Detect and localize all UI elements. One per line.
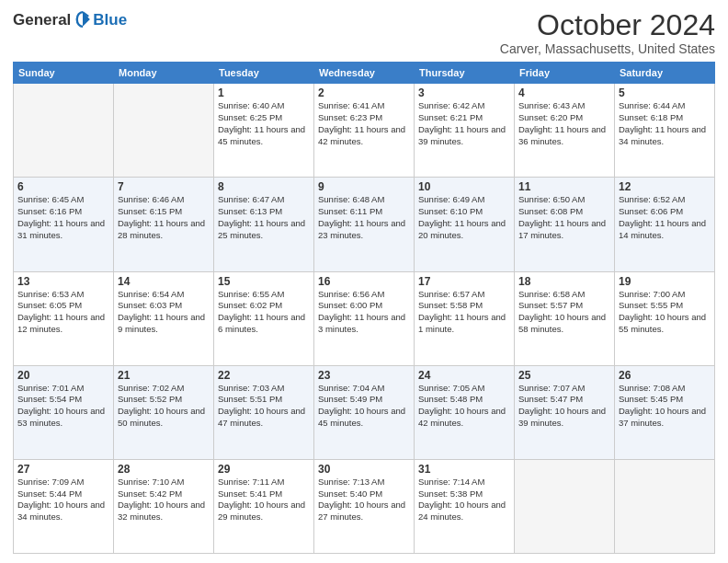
day-detail: Sunrise: 7:07 AMSunset: 5:47 PMDaylight:…: [518, 383, 610, 430]
day-number: 4: [518, 86, 610, 99]
day-detail: Sunrise: 6:43 AMSunset: 6:20 PMDaylight:…: [518, 100, 610, 147]
day-number: 9: [318, 180, 410, 193]
day-number: 25: [518, 369, 610, 382]
title-area: October 2024 Carver, Massachusetts, Unit…: [500, 9, 715, 56]
day-detail: Sunrise: 6:42 AMSunset: 6:21 PMDaylight:…: [418, 100, 510, 147]
day-detail: Sunrise: 6:50 AMSunset: 6:08 PMDaylight:…: [518, 194, 610, 241]
day-number: 7: [118, 180, 210, 193]
calendar-day-cell: 10Sunrise: 6:49 AMSunset: 6:10 PMDayligh…: [415, 178, 515, 271]
day-detail: Sunrise: 6:45 AMSunset: 6:16 PMDaylight:…: [17, 194, 109, 241]
calendar-day-cell: 20Sunrise: 7:01 AMSunset: 5:54 PMDayligh…: [14, 365, 114, 459]
day-detail: Sunrise: 6:44 AMSunset: 6:18 PMDaylight:…: [619, 100, 711, 147]
calendar-day-cell: 13Sunrise: 6:53 AMSunset: 6:05 PMDayligh…: [14, 271, 114, 365]
calendar-day-cell: 18Sunrise: 6:58 AMSunset: 5:57 PMDayligh…: [515, 271, 615, 365]
day-number: 23: [318, 369, 410, 382]
day-detail: Sunrise: 7:05 AMSunset: 5:48 PMDaylight:…: [418, 383, 510, 430]
calendar-day-cell: 15Sunrise: 6:55 AMSunset: 6:02 PMDayligh…: [214, 271, 314, 365]
day-detail: Sunrise: 7:09 AMSunset: 5:44 PMDaylight:…: [17, 477, 109, 523]
day-number: 26: [619, 369, 711, 382]
day-detail: Sunrise: 7:03 AMSunset: 5:51 PMDaylight:…: [218, 383, 310, 430]
calendar-week-row: 27Sunrise: 7:09 AMSunset: 5:44 PMDayligh…: [14, 459, 715, 553]
calendar-day-cell: 26Sunrise: 7:08 AMSunset: 5:45 PMDayligh…: [615, 365, 715, 459]
day-number: 27: [17, 463, 109, 476]
day-detail: Sunrise: 6:52 AMSunset: 6:06 PMDaylight:…: [619, 194, 711, 241]
day-number: 29: [218, 463, 310, 476]
calendar-day-cell: 5Sunrise: 6:44 AMSunset: 6:18 PMDaylight…: [615, 84, 715, 178]
calendar-header-row: SundayMondayTuesdayWednesdayThursdayFrid…: [14, 63, 715, 84]
day-detail: Sunrise: 7:08 AMSunset: 5:45 PMDaylight:…: [619, 383, 711, 430]
calendar-day-cell: 23Sunrise: 7:04 AMSunset: 5:49 PMDayligh…: [314, 365, 415, 459]
day-number: 21: [118, 369, 210, 382]
calendar-day-cell: 19Sunrise: 7:00 AMSunset: 5:55 PMDayligh…: [615, 271, 715, 365]
calendar-day-cell: 28Sunrise: 7:10 AMSunset: 5:42 PMDayligh…: [114, 459, 214, 553]
page: General Blue October 2024 Carver, Massac…: [0, 0, 728, 563]
calendar-day-cell: 29Sunrise: 7:11 AMSunset: 5:41 PMDayligh…: [214, 459, 314, 553]
day-detail: Sunrise: 6:40 AMSunset: 6:25 PMDaylight:…: [218, 100, 310, 147]
calendar-col-header: Tuesday: [214, 63, 314, 84]
day-number: 10: [418, 180, 510, 193]
logo-icon: [73, 9, 93, 29]
day-detail: Sunrise: 6:54 AMSunset: 6:03 PMDaylight:…: [118, 289, 210, 336]
calendar-day-cell: 8Sunrise: 6:47 AMSunset: 6:13 PMDaylight…: [214, 178, 314, 271]
day-number: 6: [17, 180, 109, 193]
calendar-week-row: 20Sunrise: 7:01 AMSunset: 5:54 PMDayligh…: [14, 365, 715, 459]
calendar-col-header: Wednesday: [314, 63, 415, 84]
calendar-day-cell: 2Sunrise: 6:41 AMSunset: 6:23 PMDaylight…: [314, 84, 415, 178]
calendar-col-header: Sunday: [14, 63, 114, 84]
day-detail: Sunrise: 7:01 AMSunset: 5:54 PMDaylight:…: [17, 383, 109, 430]
day-detail: Sunrise: 6:56 AMSunset: 6:00 PMDaylight:…: [318, 289, 410, 336]
calendar-week-row: 1Sunrise: 6:40 AMSunset: 6:25 PMDaylight…: [14, 84, 715, 178]
day-detail: Sunrise: 6:49 AMSunset: 6:10 PMDaylight:…: [418, 194, 510, 241]
calendar-day-cell: 22Sunrise: 7:03 AMSunset: 5:51 PMDayligh…: [214, 365, 314, 459]
day-number: 11: [518, 180, 610, 193]
calendar-day-cell: 11Sunrise: 6:50 AMSunset: 6:08 PMDayligh…: [515, 178, 615, 271]
day-detail: Sunrise: 7:02 AMSunset: 5:52 PMDaylight:…: [118, 383, 210, 430]
calendar-col-header: Thursday: [415, 63, 515, 84]
calendar-day-cell: 9Sunrise: 6:48 AMSunset: 6:11 PMDaylight…: [314, 178, 415, 271]
day-detail: Sunrise: 6:48 AMSunset: 6:11 PMDaylight:…: [318, 194, 410, 241]
day-number: 12: [619, 180, 711, 193]
calendar-col-header: Saturday: [615, 63, 715, 84]
day-detail: Sunrise: 6:57 AMSunset: 5:58 PMDaylight:…: [418, 289, 510, 336]
logo-general-text: General: [13, 12, 71, 28]
day-detail: Sunrise: 7:14 AMSunset: 5:38 PMDaylight:…: [418, 477, 510, 523]
calendar-week-row: 13Sunrise: 6:53 AMSunset: 6:05 PMDayligh…: [14, 271, 715, 365]
day-number: 16: [318, 275, 410, 288]
day-detail: Sunrise: 6:47 AMSunset: 6:13 PMDaylight:…: [218, 194, 310, 241]
day-detail: Sunrise: 7:11 AMSunset: 5:41 PMDaylight:…: [218, 477, 310, 523]
calendar-col-header: Monday: [114, 63, 214, 84]
calendar-day-cell: 14Sunrise: 6:54 AMSunset: 6:03 PMDayligh…: [114, 271, 214, 365]
day-detail: Sunrise: 6:58 AMSunset: 5:57 PMDaylight:…: [518, 289, 610, 336]
day-number: 2: [318, 86, 410, 99]
calendar-week-row: 6Sunrise: 6:45 AMSunset: 6:16 PMDaylight…: [14, 178, 715, 271]
month-title: October 2024: [500, 9, 715, 41]
calendar-day-cell: [515, 459, 615, 553]
calendar-day-cell: 12Sunrise: 6:52 AMSunset: 6:06 PMDayligh…: [615, 178, 715, 271]
logo-blue-text: Blue: [93, 12, 127, 28]
day-number: 1: [218, 86, 310, 99]
location: Carver, Massachusetts, United States: [500, 41, 715, 56]
calendar-day-cell: 27Sunrise: 7:09 AMSunset: 5:44 PMDayligh…: [14, 459, 114, 553]
logo-area: General Blue: [13, 9, 127, 29]
day-detail: Sunrise: 7:00 AMSunset: 5:55 PMDaylight:…: [619, 289, 711, 336]
day-number: 15: [218, 275, 310, 288]
day-detail: Sunrise: 7:10 AMSunset: 5:42 PMDaylight:…: [118, 477, 210, 523]
calendar-day-cell: 21Sunrise: 7:02 AMSunset: 5:52 PMDayligh…: [114, 365, 214, 459]
day-detail: Sunrise: 6:46 AMSunset: 6:15 PMDaylight:…: [118, 194, 210, 241]
day-number: 5: [619, 86, 711, 99]
logo: General Blue: [13, 9, 127, 29]
day-number: 17: [418, 275, 510, 288]
day-number: 22: [218, 369, 310, 382]
calendar-day-cell: [114, 84, 214, 178]
day-number: 24: [418, 369, 510, 382]
calendar-day-cell: 4Sunrise: 6:43 AMSunset: 6:20 PMDaylight…: [515, 84, 615, 178]
calendar-day-cell: 24Sunrise: 7:05 AMSunset: 5:48 PMDayligh…: [415, 365, 515, 459]
calendar-day-cell: [615, 459, 715, 553]
day-number: 8: [218, 180, 310, 193]
day-detail: Sunrise: 6:53 AMSunset: 6:05 PMDaylight:…: [17, 289, 109, 336]
header: General Blue October 2024 Carver, Massac…: [13, 9, 715, 56]
calendar-day-cell: 6Sunrise: 6:45 AMSunset: 6:16 PMDaylight…: [14, 178, 114, 271]
day-detail: Sunrise: 6:41 AMSunset: 6:23 PMDaylight:…: [318, 100, 410, 147]
calendar-day-cell: 7Sunrise: 6:46 AMSunset: 6:15 PMDaylight…: [114, 178, 214, 271]
calendar-col-header: Friday: [515, 63, 615, 84]
